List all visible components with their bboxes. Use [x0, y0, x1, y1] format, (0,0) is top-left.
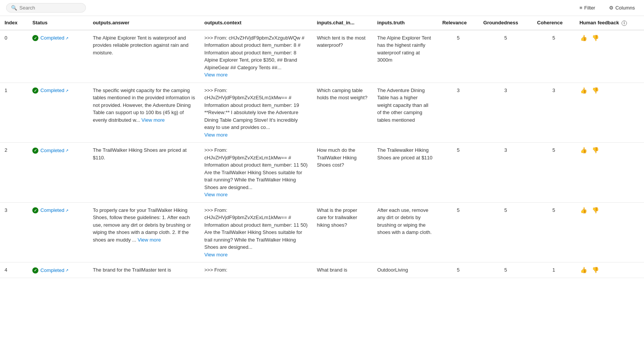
cell-groundedness: 5 [479, 262, 532, 278]
cell-status: Completed ↗ [28, 202, 88, 262]
context-view-more[interactable]: View more [204, 132, 227, 138]
cell-human-feedback: 👍 👎 [575, 83, 644, 143]
cell-truth: OutdoorLiving [373, 262, 438, 278]
thumbs-down-button[interactable]: 👎 [591, 34, 600, 41]
toolbar: 🔍 ≡ Filter ⚙ Columns [0, 0, 644, 16]
completed-icon [32, 35, 38, 41]
cell-status: Completed ↗ [28, 83, 88, 143]
external-link-icon: ↗ [65, 208, 68, 213]
completed-icon [32, 148, 38, 154]
completed-icon [32, 87, 38, 94]
cell-index: 1 [0, 83, 28, 143]
external-link-icon: ↗ [65, 267, 68, 273]
feedback-icons: 👍 👎 [579, 266, 639, 273]
cell-context: >>> From: cHJvZHVjdF9pbmZvXzgubWQw # Inf… [200, 30, 312, 83]
col-header-feedback: Human feedback i [575, 16, 644, 30]
cell-truth: The Alpine Explorer Tent has the highest… [373, 30, 438, 83]
cell-answer: The TrailWalker Hiking Shoes are priced … [88, 143, 200, 203]
cell-index: 3 [0, 202, 28, 262]
cell-coherence: 5 [533, 30, 575, 83]
completed-icon [32, 207, 38, 213]
context-text: >>> From: cHJvZHVjdF9pbmZvXzgubWQw # Inf… [204, 35, 304, 70]
filter-icon: ≡ [579, 5, 582, 11]
cell-coherence: 5 [533, 143, 575, 203]
cell-chat-in: What is the proper care for trailwalker … [312, 202, 373, 262]
status-link[interactable]: Completed ↗ [40, 147, 68, 154]
thumbs-up-button[interactable]: 👍 [579, 266, 588, 273]
cell-answer: To properly care for your TrailWalker Hi… [88, 202, 200, 262]
context-view-more[interactable]: View more [204, 192, 227, 197]
answer-text: The TrailWalker Hiking Shoes are priced … [93, 147, 187, 161]
cell-relevance: 5 [438, 143, 479, 203]
context-view-more[interactable]: View more [204, 252, 227, 258]
table-row: 3 Completed ↗ To properly care for your … [0, 202, 644, 262]
cell-status: Completed ↗ [28, 30, 88, 83]
cell-truth: The Trailewalker Hiking Shoes are priced… [373, 143, 438, 203]
status-badge: Completed ↗ [32, 34, 68, 42]
cell-answer: The Alpine Explorer Tent is waterproof a… [88, 30, 200, 83]
table-row: 4 Completed ↗ The brand for the TrailMas… [0, 262, 644, 278]
thumbs-down-button[interactable]: 👎 [591, 266, 600, 273]
status-link[interactable]: Completed ↗ [40, 207, 68, 214]
search-input[interactable] [19, 5, 81, 11]
cell-truth: The Adventure Dining Table has a higher … [373, 83, 438, 143]
columns-icon: ⚙ [609, 5, 614, 11]
cell-coherence: 1 [533, 262, 575, 278]
feedback-icons: 👍 👎 [579, 146, 639, 154]
cell-relevance: 5 [438, 262, 479, 278]
filter-button[interactable]: ≡ Filter [576, 3, 598, 12]
search-box: 🔍 [6, 3, 86, 13]
status-badge: Completed ↗ [32, 207, 68, 214]
external-link-icon: ↗ [65, 35, 68, 41]
answer-view-more[interactable]: View more [138, 237, 161, 243]
cell-relevance: 5 [438, 202, 479, 262]
thumbs-up-button[interactable]: 👍 [579, 207, 588, 214]
table-container: Index Status outputs.answer outputs.cont… [0, 16, 644, 278]
feedback-icons: 👍 👎 [579, 34, 639, 41]
cell-human-feedback: 👍 👎 [575, 262, 644, 278]
external-link-icon: ↗ [65, 88, 68, 94]
thumbs-up-button[interactable]: 👍 [579, 146, 588, 154]
thumbs-up-button[interactable]: 👍 [579, 87, 588, 94]
status-link[interactable]: Completed ↗ [40, 267, 68, 274]
cell-status: Completed ↗ [28, 143, 88, 203]
cell-answer: The specific weight capacity for the cam… [88, 83, 200, 143]
context-text: >>> From: [204, 267, 227, 273]
thumbs-down-button[interactable]: 👎 [591, 146, 600, 154]
cell-context: >>> From: cHJvZHVjdF9pbmZvXzExLm1kMw== #… [200, 143, 312, 203]
cell-status: Completed ↗ [28, 262, 88, 278]
cell-chat-in: Which tent is the most waterproof? [312, 30, 373, 83]
columns-label: Columns [615, 5, 635, 11]
status-badge: Completed ↗ [32, 147, 68, 154]
context-view-more[interactable]: View more [204, 72, 227, 78]
col-header-truth: inputs.truth [373, 16, 438, 30]
table-header-row: Index Status outputs.answer outputs.cont… [0, 16, 644, 30]
feedback-icons: 👍 👎 [579, 87, 639, 94]
columns-button[interactable]: ⚙ Columns [606, 3, 638, 12]
table-row: 0 Completed ↗ The Alpine Explorer Tent i… [0, 30, 644, 83]
toolbar-right: ≡ Filter ⚙ Columns [576, 3, 638, 12]
cell-groundedness: 3 [479, 143, 532, 203]
cell-chat-in: Which camping table holds the most weigh… [312, 83, 373, 143]
external-link-icon: ↗ [65, 148, 68, 153]
table-row: 2 Completed ↗ The TrailWalker Hiking Sho… [0, 143, 644, 203]
status-link[interactable]: Completed ↗ [40, 34, 68, 42]
cell-context: >>> From: cHJvZHVjdF9pbmZvXzE5Lm1kMw== #… [200, 83, 312, 143]
cell-truth: After each use, remove any dirt or debri… [373, 202, 438, 262]
cell-chat-in: How much do the TrailWalker Hiking Shoes… [312, 143, 373, 203]
feedback-info-icon[interactable]: i [622, 21, 627, 26]
answer-text: The brand for the TrailMaster tent is [93, 267, 171, 273]
thumbs-down-button[interactable]: 👎 [591, 207, 600, 214]
cell-groundedness: 3 [479, 83, 532, 143]
col-header-groundedness: Groundedness [479, 16, 532, 30]
cell-relevance: 5 [438, 30, 479, 83]
search-icon: 🔍 [11, 5, 17, 11]
thumbs-down-button[interactable]: 👎 [591, 87, 600, 94]
completed-icon [32, 267, 38, 273]
cell-relevance: 3 [438, 83, 479, 143]
cell-index: 4 [0, 262, 28, 278]
answer-view-more[interactable]: View more [141, 117, 165, 123]
status-link[interactable]: Completed ↗ [40, 87, 68, 94]
thumbs-up-button[interactable]: 👍 [579, 34, 588, 41]
col-header-relevance: Relevance [438, 16, 479, 30]
